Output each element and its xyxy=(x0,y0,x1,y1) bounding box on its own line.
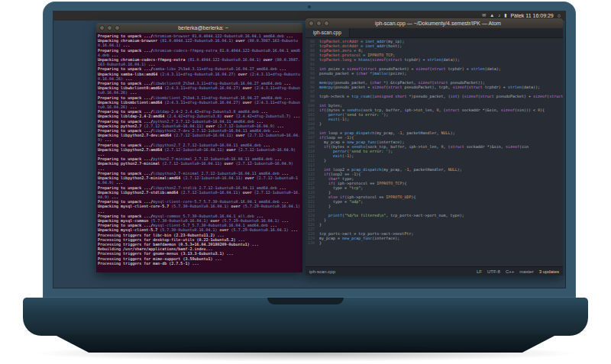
code-line[interactable]: } xyxy=(319,240,563,245)
maximize-button[interactable] xyxy=(324,21,329,26)
status-items: LFUTF-8C++master3 updates xyxy=(477,269,559,274)
terminal-line: Unpacking samba-libs:amd64 (2:4.3.11+dfs… xyxy=(98,72,301,81)
close-button[interactable] xyxy=(309,21,314,26)
laptop-shadow xyxy=(31,345,580,362)
tab-iph-scan[interactable]: iph-scan.cpp xyxy=(306,28,350,37)
tab-bar: iph-scan.cpp xyxy=(306,28,563,38)
editor: 8687888990919293949596979899100101102103… xyxy=(306,38,563,267)
maximize-button[interactable] xyxy=(115,25,120,31)
terminal-line: Unpacking libsmbclient:amd64 (2:4.3.11+d… xyxy=(98,100,301,109)
terminal-line: Unpacking chromium-browser (81.0.4044.12… xyxy=(98,38,301,47)
terminal-title: berlerka@berlerka: ~ xyxy=(122,23,299,33)
code-line[interactable]: tcph->check = tcp_csum((unsigned short *… xyxy=(319,94,563,98)
webcam-dot xyxy=(308,5,311,8)
base-notch xyxy=(267,298,344,304)
terminal-line: Unpacking libpython2.7-stdlib:amd64 (2.7… xyxy=(98,190,301,199)
status-item[interactable]: C++ xyxy=(506,269,514,274)
gutter: 8687888990919293949596979899100101102103… xyxy=(306,38,317,267)
status-file[interactable]: iph-scan.cpp xyxy=(309,269,335,274)
terminal-line: Unpacking libpython2.7:amd64 (2.7.12-1ub… xyxy=(98,147,301,156)
terminal-titlebar[interactable]: berlerka@berlerka: ~ xyxy=(96,23,302,33)
page: ✉▲♪▮ Pátek 11 16:09:29 ○ berlerka@berler… xyxy=(0,0,611,364)
minimize-button[interactable] xyxy=(316,21,322,26)
terminal-line: Unpacking mysql-client-core-5.7 (5.7.30-… xyxy=(98,204,301,213)
desktop: ✉▲♪▮ Pátek 11 16:09:29 ○ berlerka@berler… xyxy=(53,11,566,288)
terminal-line: Unpacking chromium-codecs-ffmpeg-extra (… xyxy=(98,57,301,66)
atom-title: iph-scan.cpp — ~/Dokumenty/4.semestr/IPK… xyxy=(331,18,560,28)
laptop-lid: ✉▲♪▮ Pátek 11 16:09:29 ○ berlerka@berler… xyxy=(43,2,576,298)
line-number: 130 xyxy=(306,240,315,245)
status-item[interactable]: UTF-8 xyxy=(487,269,500,274)
code-lines[interactable]: tcpPacket.srcAddr = inet_addr(my_ip);tcp… xyxy=(317,38,563,267)
status-item[interactable]: LF xyxy=(477,269,482,274)
terminal-line: Processing triggers for man-db (2.7.5-1)… xyxy=(98,261,301,266)
atom-titlebar[interactable]: iph-scan.cpp — ~/Dokumenty/4.semestr/IPK… xyxy=(306,18,563,28)
terminal-line: Unpacking libpython2.7-minimal:amd64 (2.… xyxy=(98,176,301,185)
status-bar: iph-scan.cpp LFUTF-8C++master3 updates xyxy=(306,266,563,275)
close-button[interactable] xyxy=(99,25,105,31)
terminal-line: Unpacking libpython2.7-dev:amd64 (2.7.12… xyxy=(98,133,301,142)
minimize-button[interactable] xyxy=(107,25,112,31)
terminal-line: Unpacking libwbclient0:amd64 (2:4.3.11+d… xyxy=(98,85,301,95)
terminal-window[interactable]: berlerka@berlerka: ~ Preparing to unpack… xyxy=(96,23,302,272)
status-item[interactable]: master xyxy=(519,269,533,274)
terminal-line: Unpacking python2.7-minimal (2.7.12-1ubu… xyxy=(98,161,301,170)
status-item[interactable]: 3 updates xyxy=(539,269,559,274)
terminal-line: Preparing to unpack .../chromium-codecs-… xyxy=(98,48,301,57)
terminal-output[interactable]: Preparing to unpack .../chromium-browser… xyxy=(96,33,302,272)
atom-window[interactable]: iph-scan.cpp — ~/Dokumenty/4.semestr/IPK… xyxy=(306,18,563,275)
code-line[interactable]: memcpy(pseudo_packet + sizeof(struct pse… xyxy=(319,85,563,89)
